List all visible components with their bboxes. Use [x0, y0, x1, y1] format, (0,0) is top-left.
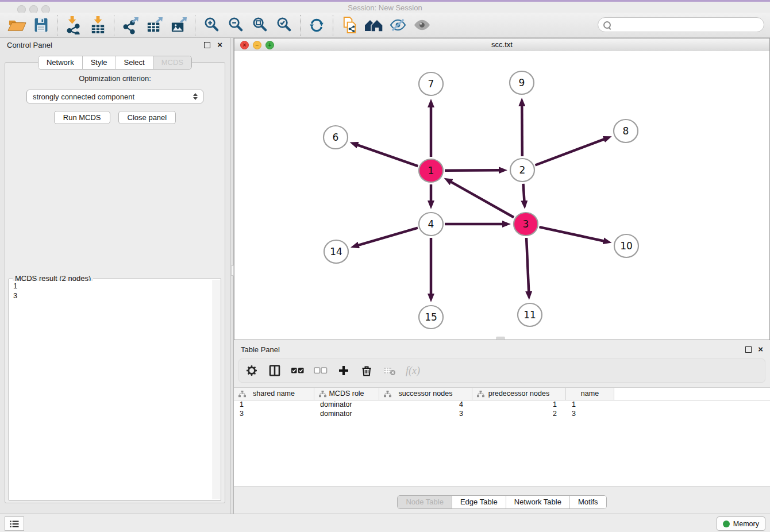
zoom-out-button[interactable]: [224, 14, 248, 37]
column-header-predecessor-nodes[interactable]: predecessor nodes: [472, 388, 566, 400]
graph-node-label: 11: [523, 309, 536, 321]
column-header-name[interactable]: name: [566, 388, 614, 400]
panel-splitter-vertical[interactable]: [230, 38, 234, 514]
node-table-body: 1dominator4113dominator323: [234, 400, 770, 419]
import-table-button[interactable]: [86, 14, 110, 37]
cell-successor-nodes[interactable]: 3: [379, 410, 472, 419]
graph-node-2[interactable]: 2: [510, 159, 534, 182]
home-button[interactable]: [361, 14, 386, 37]
split-panel-button[interactable]: [268, 364, 282, 377]
graph-edge-4-14[interactable]: [357, 228, 418, 245]
cell-name[interactable]: 1: [566, 400, 614, 410]
task-history-button[interactable]: [5, 516, 24, 531]
export-network-button[interactable]: [118, 14, 143, 37]
graph-node-15[interactable]: 15: [419, 306, 443, 329]
delete-table-button[interactable]: [383, 364, 396, 377]
select-all-button[interactable]: [291, 364, 305, 377]
graph-node-1[interactable]: 1: [419, 159, 443, 182]
table-settings-button[interactable]: [245, 364, 259, 377]
delete-column-button[interactable]: [360, 364, 374, 377]
column-header-successor-nodes[interactable]: successor nodes: [379, 388, 472, 400]
control-panel-tab-network[interactable]: Network: [38, 56, 82, 69]
open-session-button[interactable]: [5, 14, 29, 37]
clone-network-button[interactable]: [337, 14, 361, 37]
optimization-criterion-select[interactable]: strongly connected component: [26, 90, 203, 103]
network-canvas[interactable]: 7968124314101511: [234, 51, 769, 340]
float-panel-icon[interactable]: [204, 42, 210, 48]
graph-edge-3-11[interactable]: [526, 238, 529, 292]
export-table-button[interactable]: [143, 14, 167, 37]
graph-edge-1-6[interactable]: [357, 145, 418, 166]
search-box[interactable]: [598, 17, 764, 32]
graph-node-6[interactable]: 6: [324, 126, 348, 149]
graph-node-8[interactable]: 8: [614, 119, 638, 142]
add-column-button[interactable]: [337, 364, 351, 377]
graph-edge-1-2[interactable]: [445, 170, 500, 171]
graph-node-10[interactable]: 10: [614, 234, 638, 257]
table-panel-tab-node-table[interactable]: Node Table: [398, 496, 452, 508]
delete-table-icon: [383, 364, 396, 377]
cell-successor-nodes[interactable]: 4: [379, 400, 472, 410]
graph-edge-3-10[interactable]: [539, 227, 604, 241]
column-header-mcds-role[interactable]: MCDS role: [314, 388, 379, 400]
mcds-result-line: 1: [10, 281, 213, 291]
control-panel-tab-mcds[interactable]: MCDS: [153, 56, 191, 69]
memory-button[interactable]: Memory: [717, 516, 765, 531]
table-panel-tab-edge-table[interactable]: Edge Table: [452, 496, 506, 508]
graph-edge-3-1[interactable]: [451, 182, 514, 217]
cell-shared-name[interactable]: 3: [234, 410, 314, 419]
run-mcds-button[interactable]: Run MCDS: [54, 111, 110, 124]
graph-edge-2-9[interactable]: [522, 105, 522, 156]
mcds-result-list[interactable]: 13: [10, 281, 213, 499]
network-graph[interactable]: 7968124314101511: [234, 51, 769, 340]
control-panel-tab-style[interactable]: Style: [82, 56, 116, 69]
close-panel-icon[interactable]: ×: [217, 40, 222, 50]
table-panel-tab-network-table[interactable]: Network Table: [506, 496, 569, 508]
graph-node-4[interactable]: 4: [419, 213, 443, 236]
table-row[interactable]: 3dominator323: [234, 410, 770, 419]
graph-edge-2-8[interactable]: [535, 139, 605, 165]
graph-node-label: 8: [623, 125, 629, 137]
cell-predecessor-nodes[interactable]: 1: [472, 400, 566, 410]
cell-name[interactable]: 3: [566, 410, 614, 419]
import-network-button[interactable]: [61, 14, 86, 37]
graph-node-label: 1: [428, 165, 434, 176]
selected-option-label: strongly connected component: [33, 92, 191, 101]
columns-icon: [268, 364, 281, 377]
graph-node-11[interactable]: 11: [518, 303, 542, 326]
list-icon: [9, 518, 20, 530]
close-panel-button[interactable]: Close panel: [118, 111, 176, 124]
cell-mcds-role[interactable]: dominator: [314, 400, 379, 410]
float-panel-icon[interactable]: [745, 346, 752, 353]
column-header-shared-name[interactable]: shared name: [234, 388, 314, 400]
graph-edge-2-3[interactable]: [523, 184, 525, 202]
show-panel-button[interactable]: [410, 14, 434, 37]
save-session-button[interactable]: [29, 14, 53, 37]
export-image-button[interactable]: [167, 14, 191, 37]
graph-node-9[interactable]: 9: [510, 71, 534, 94]
cell-mcds-role[interactable]: dominator: [314, 410, 379, 419]
deselect-all-button[interactable]: [314, 364, 328, 377]
table-panel-tab-motifs[interactable]: Motifs: [569, 496, 606, 508]
table-row[interactable]: 1dominator411: [234, 400, 770, 410]
horizontal-splitter-handle[interactable]: [496, 337, 505, 340]
select-stepper-icon: [191, 93, 199, 100]
control-panel-tab-select[interactable]: Select: [116, 56, 153, 69]
table-panel: Table Panel ×: [234, 342, 770, 514]
zoom-selected-button[interactable]: [272, 14, 296, 37]
refresh-view-button[interactable]: [305, 14, 329, 37]
hide-panel-button[interactable]: [386, 14, 410, 37]
graph-node-3[interactable]: 3: [514, 213, 538, 236]
zoom-fit-button[interactable]: [248, 14, 272, 37]
control-panel-title: Control Panel: [7, 41, 52, 49]
cell-shared-name[interactable]: 1: [234, 400, 314, 410]
graph-node-7[interactable]: 7: [419, 72, 443, 95]
graph-node-14[interactable]: 14: [324, 240, 348, 263]
result-scrollbar[interactable]: [213, 280, 220, 499]
close-panel-icon[interactable]: ×: [758, 344, 763, 354]
search-input[interactable]: [614, 18, 764, 31]
cell-predecessor-nodes[interactable]: 2: [472, 410, 566, 419]
function-builder-button[interactable]: f(x): [406, 365, 420, 377]
zoom-in-button[interactable]: [199, 14, 224, 37]
network-window-titlebar[interactable]: × − + scc.txt: [234, 38, 769, 52]
